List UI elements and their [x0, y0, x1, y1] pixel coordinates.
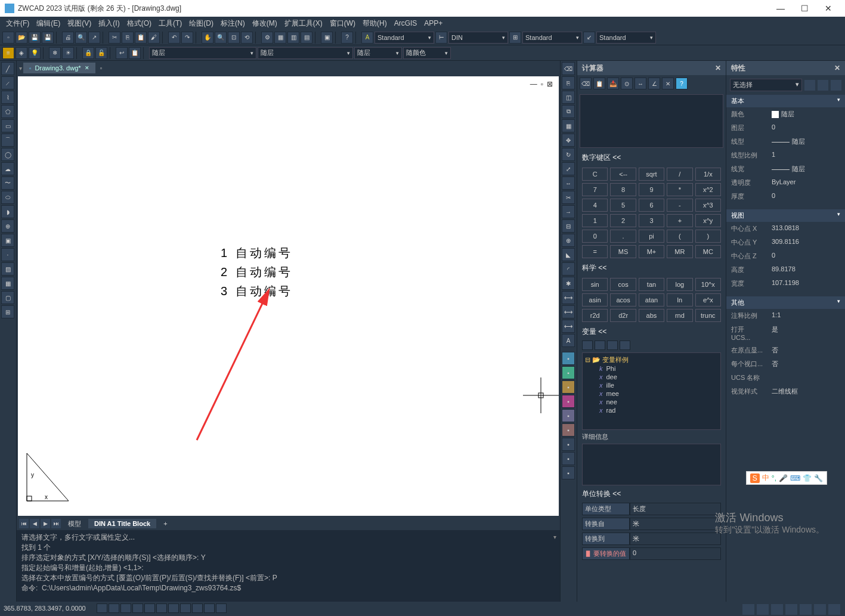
sw2-icon[interactable] [757, 604, 769, 615]
property-value[interactable]: 二维线框 [769, 386, 845, 397]
property-value[interactable]: 是 [769, 324, 845, 342]
calc-button-trunc[interactable]: trunc [695, 309, 721, 322]
status-coordinates[interactable]: 365.8783, 283.3497, 0.0000 [4, 605, 86, 612]
variable-item[interactable]: xmee [585, 389, 718, 398]
calc-button-C[interactable]: C [582, 168, 608, 181]
property-value[interactable]: 随层 [769, 109, 845, 120]
layerfreeze-icon[interactable]: ❄ [49, 47, 61, 59]
calc-button-tan[interactable]: tan [639, 278, 664, 291]
table-icon[interactable]: ⊞ [1, 305, 14, 318]
calc-button-1/x[interactable]: 1/x [695, 168, 721, 181]
property-value[interactable]: 1 [769, 150, 845, 161]
menu-item[interactable]: 帮助(H) [359, 17, 391, 30]
calc-button-rnd[interactable]: rnd [667, 309, 692, 322]
property-value[interactable]: 309.8116 [769, 237, 845, 248]
calc-button-MC[interactable]: MC [695, 245, 721, 258]
scale-icon[interactable]: ⤢ [562, 162, 575, 175]
paste-icon[interactable]: 📋 [135, 32, 147, 44]
property-value[interactable]: 随层 [769, 136, 845, 147]
chamfer-icon[interactable]: ◣ [562, 248, 575, 261]
property-row[interactable]: 透明度 ByLayer [726, 176, 845, 190]
dim2-icon[interactable]: ⟷ [562, 305, 575, 318]
region-icon[interactable]: ▢ [1, 291, 14, 304]
calc-getpt-icon[interactable]: ⊙ [621, 78, 633, 89]
rotate-icon[interactable]: ↻ [562, 148, 575, 161]
open-icon[interactable]: 📂 [16, 32, 27, 44]
array-icon[interactable]: ▦ [562, 119, 575, 132]
property-row[interactable]: 图层 0 [726, 121, 845, 135]
copy-icon[interactable]: ⎘ [122, 32, 134, 44]
property-row[interactable]: 高度 89.8178 [726, 263, 845, 277]
calc-button-2[interactable]: 2 [610, 214, 636, 227]
minimize-button[interactable]: — [769, 4, 793, 13]
pickadd-icon[interactable] [818, 80, 828, 91]
calc-button-([interactable]: ( [667, 230, 692, 243]
menu-item[interactable]: 文件(F) [2, 17, 33, 30]
canvas-close-icon[interactable]: ⊠ [547, 80, 553, 88]
property-row[interactable]: 打开 UCS... 是 [726, 323, 845, 343]
variable-item[interactable]: xrad [585, 406, 718, 414]
menu-item[interactable]: 标注(N) [217, 17, 249, 30]
stretch-icon[interactable]: ↔ [562, 177, 575, 190]
property-value[interactable]: 随层 [769, 163, 845, 175]
match-icon[interactable]: 🖌 [148, 32, 160, 44]
unit-value[interactable]: 米 [630, 533, 721, 545]
unit-value[interactable]: 米 [630, 518, 721, 530]
calc-button-sqrt[interactable]: sqrt [639, 168, 664, 181]
tab-close-icon[interactable]: ✕ [85, 65, 89, 71]
properties-close-icon[interactable]: ✕ [834, 64, 840, 72]
property-row[interactable]: 中心点 Y 309.8116 [726, 236, 845, 249]
layerstate-icon[interactable]: 📋 [129, 47, 141, 59]
calc-button-10^x[interactable]: 10^x [695, 278, 721, 291]
new-tab-button[interactable]: ▫ [97, 63, 106, 73]
dim3-icon[interactable]: ⟷ [562, 320, 575, 333]
calc-button-x^3[interactable]: x^3 [695, 199, 721, 212]
sw6-icon[interactable] [814, 604, 826, 615]
property-row[interactable]: 线型比例 1 [726, 148, 845, 162]
command-window[interactable]: ▾ 请选择文字，多行文字或属性定义...找到 1 个排序选定对象的方式 [X/Y… [17, 530, 560, 602]
calc-button-/[interactable]: / [667, 168, 692, 181]
palette6-icon[interactable]: ▪ [562, 423, 575, 437]
spline-icon[interactable]: 〜 [1, 177, 14, 190]
circle-icon[interactable]: ◯ [1, 148, 14, 161]
calc-button-+[interactable]: + [667, 214, 692, 227]
property-value[interactable]: 313.0818 [769, 223, 845, 234]
textstyle-dropdown[interactable]: Standard [374, 32, 434, 44]
calc-button-cos[interactable]: cos [610, 278, 636, 291]
cut-icon[interactable]: ✂ [109, 32, 120, 44]
ime-tool-icon[interactable]: 🔧 [814, 474, 823, 482]
calculator-close-icon[interactable]: ✕ [715, 64, 721, 72]
property-row[interactable]: 视觉样式 二维线框 [726, 385, 845, 398]
explode-icon[interactable]: ✱ [562, 277, 575, 290]
var-btn3-icon[interactable] [607, 340, 618, 350]
layout-tab-add[interactable]: + [157, 519, 173, 528]
ime-skin-icon[interactable]: 👕 [803, 474, 812, 482]
redo-icon[interactable]: ↷ [181, 32, 193, 44]
calc-angle-icon[interactable]: ∠ [648, 78, 660, 89]
calculator-display[interactable] [580, 94, 723, 148]
layerthaw-icon[interactable]: ☀ [62, 47, 74, 59]
unit-value[interactable]: 长度 [630, 503, 721, 515]
calc-button-5[interactable]: 5 [610, 199, 636, 212]
tablestyle-dropdown[interactable]: Standard [522, 32, 582, 44]
palette5-icon[interactable]: ▪ [562, 409, 575, 422]
var-btn1-icon[interactable] [582, 340, 593, 350]
menu-item[interactable]: 窗口(W) [326, 17, 359, 30]
print-icon[interactable]: 🖨 [62, 32, 74, 44]
calc-button-<--[interactable]: <-- [610, 168, 636, 181]
property-row[interactable]: 中心点 Z 0 [726, 249, 845, 263]
calc-button-.[interactable]: . [610, 230, 636, 243]
tool-icon[interactable]: ▥ [287, 32, 299, 44]
sw4-icon[interactable] [785, 604, 797, 615]
property-value[interactable]: 0 [769, 191, 845, 202]
numpad-section-head[interactable]: 数字键区 [577, 150, 726, 165]
calc-button-6[interactable]: 6 [639, 199, 664, 212]
break-icon[interactable]: ⊟ [562, 219, 575, 233]
revcloud-icon[interactable]: ☁ [1, 162, 14, 175]
selectobj-icon[interactable] [831, 80, 841, 91]
layout-prev-icon[interactable]: ◀ [30, 519, 39, 528]
property-row[interactable]: 线宽 随层 [726, 162, 845, 176]
point-icon[interactable]: · [1, 248, 14, 261]
calc-button-MR[interactable]: MR [667, 245, 692, 258]
property-row[interactable]: UCS 名称 [726, 371, 845, 385]
